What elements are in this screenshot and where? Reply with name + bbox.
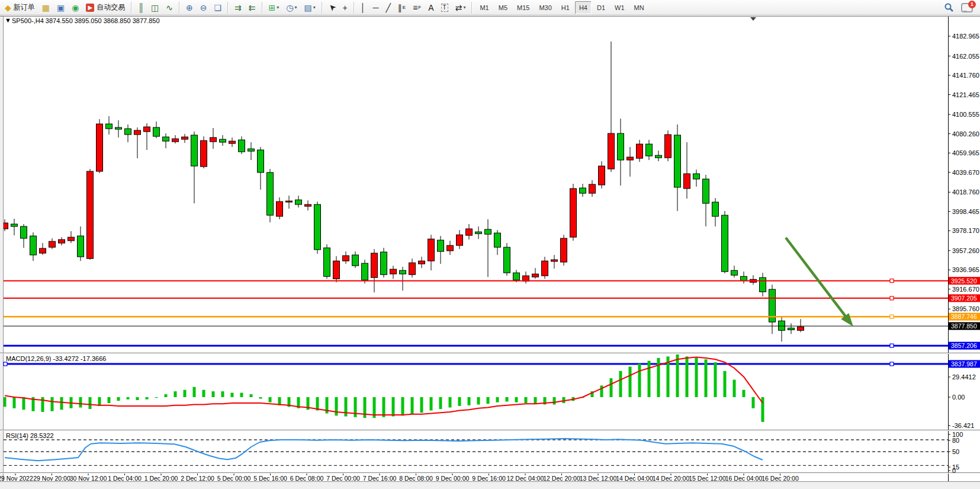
text-icon: A: [428, 4, 433, 12]
timeframe-m30-button[interactable]: M30: [535, 1, 555, 14]
fibonacci-button[interactable]: ≡F: [410, 1, 424, 15]
timeframe-m5-button[interactable]: M5: [494, 1, 512, 14]
vertical-line-button[interactable]: │: [358, 1, 369, 15]
time-axis-label: 15 Dec 12:00: [689, 475, 726, 482]
macd-histogram-bar: [231, 393, 234, 397]
timeframe-d1-button[interactable]: D1: [593, 1, 609, 14]
macd-histogram-bar: [203, 390, 205, 397]
timeframe-h1-button[interactable]: H1: [557, 1, 574, 14]
candle: [561, 238, 567, 262]
signals-button[interactable]: ◉: [69, 1, 82, 15]
price-axis-tick: 4039.670: [952, 169, 979, 176]
equidistant-channel-button[interactable]: ∥E: [395, 1, 409, 15]
cursor-icon: ➤: [327, 2, 338, 12]
toolbar-separator: [262, 2, 263, 14]
price-tag-label: 3907.205: [951, 295, 977, 302]
indicators-button[interactable]: ⊞▾: [266, 1, 282, 15]
zoom-in-button[interactable]: ⊕: [183, 1, 196, 15]
chevron-down-icon[interactable]: ▾: [313, 5, 316, 10]
autotrading-button-label: 自动交易: [97, 2, 125, 12]
line-handle[interactable]: [4, 362, 7, 366]
time-axis-label: 6 Dec 08:00: [290, 475, 324, 482]
new-order-button[interactable]: ◆新订单: [2, 1, 38, 15]
zoom-out-icon: ⊖: [200, 4, 207, 12]
text-label-button[interactable]: T: [438, 1, 451, 15]
line-handle[interactable]: [890, 279, 894, 283]
macd-histogram-bar: [354, 397, 357, 417]
candle: [182, 137, 188, 139]
candle: [779, 321, 785, 330]
candle: [457, 235, 463, 245]
text-button[interactable]: A: [425, 1, 436, 15]
time-axis-label: 14 Dec 04:00: [616, 475, 653, 482]
chart-shift-button[interactable]: ⇇: [246, 1, 259, 15]
macd-histogram-bar: [496, 397, 499, 402]
chart-collapse-icon[interactable]: ▼: [5, 17, 11, 24]
candle: [68, 237, 75, 241]
zoom-out-button[interactable]: ⊖: [197, 1, 210, 15]
timeframe-m15-button[interactable]: M15: [513, 1, 534, 14]
autotrading-button[interactable]: ▶自动交易: [83, 1, 128, 15]
macd-histogram-bar: [411, 397, 414, 414]
time-axis-label: 14 Dec 20:00: [653, 475, 690, 482]
line-handle[interactable]: [890, 315, 894, 318]
line-handle[interactable]: [890, 344, 894, 347]
candle: [40, 248, 46, 253]
charts-icon: ▦: [42, 4, 50, 12]
chevron-down-icon[interactable]: ▾: [463, 5, 465, 10]
candle: [295, 200, 302, 204]
timeframe-m1-button[interactable]: M1: [475, 1, 493, 14]
chevron-down-icon[interactable]: ▾: [295, 5, 297, 10]
auto-scroll-button[interactable]: ⇉: [232, 1, 245, 15]
cursor-button[interactable]: ➤: [326, 1, 339, 15]
auto-scroll-icon: ⇉: [234, 4, 242, 12]
fibonacci-icon: ≡: [413, 4, 417, 12]
timeframe-mn-button[interactable]: MN: [630, 1, 648, 14]
time-axis-label: 9 Dec 16:00: [472, 475, 506, 482]
periods-button[interactable]: ◷▾: [283, 1, 300, 15]
macd-histogram-bar: [401, 397, 404, 416]
market-watch-icon: ▣: [57, 4, 65, 12]
price-axis-tick: 4162.055: [952, 53, 979, 60]
candle: [30, 236, 37, 255]
tile-windows-button[interactable]: ❏: [211, 1, 225, 15]
candle: [201, 140, 207, 167]
timeframe-h4-button[interactable]: H4: [575, 1, 592, 14]
price-axis-tick: 4141.760: [952, 72, 979, 79]
macd-histogram-bar: [193, 387, 196, 397]
candle: [419, 261, 425, 264]
line-handle[interactable]: [890, 362, 894, 366]
line-chart-button[interactable]: ∿: [163, 1, 176, 15]
trendline-button[interactable]: ╱: [383, 1, 393, 15]
chart-shift-icon: ⇇: [249, 4, 256, 12]
macd-histogram-bar: [506, 397, 509, 402]
macd-histogram-bar: [477, 397, 480, 405]
macd-indicator-label: MACD(12,26,9) -33.4272 -17.3666: [6, 355, 106, 362]
timeframe-w1-button[interactable]: W1: [611, 1, 629, 14]
chat-icon[interactable]: 1: [961, 3, 973, 12]
macd-histogram-bar: [638, 364, 641, 397]
macd-histogram-bar: [629, 367, 632, 397]
price-tag-label: 3877.850: [951, 322, 977, 330]
crosshair-button[interactable]: +: [340, 1, 351, 15]
search-icon[interactable]: [944, 2, 954, 12]
line-handle[interactable]: [890, 296, 894, 300]
chevron-down-icon[interactable]: ▾: [277, 5, 279, 10]
candle: [674, 135, 681, 187]
market-watch-button[interactable]: ▣: [54, 1, 68, 15]
charts-button[interactable]: ▦: [39, 1, 53, 15]
macd-histogram-bar: [383, 397, 385, 417]
horizontal-line-button[interactable]: ─: [369, 1, 381, 15]
arrows-button[interactable]: ⇄▾: [452, 1, 469, 15]
chart-area[interactable]: 4182.9654162.0554141.7604121.4654100.555…: [0, 15, 980, 489]
templates-button[interactable]: ▤▾: [301, 1, 319, 15]
macd-histogram-bar: [619, 371, 622, 397]
signals-icon: ◉: [72, 4, 79, 12]
candle: [513, 273, 520, 280]
price-axis-tick: 4121.465: [952, 91, 979, 98]
bars-chart-button[interactable]: ║: [135, 1, 147, 15]
new-order-button-label: 新订单: [14, 2, 35, 12]
candle: [362, 263, 368, 280]
macd-histogram-bar: [695, 358, 698, 397]
candles-chart-button[interactable]: ◫: [148, 1, 162, 15]
